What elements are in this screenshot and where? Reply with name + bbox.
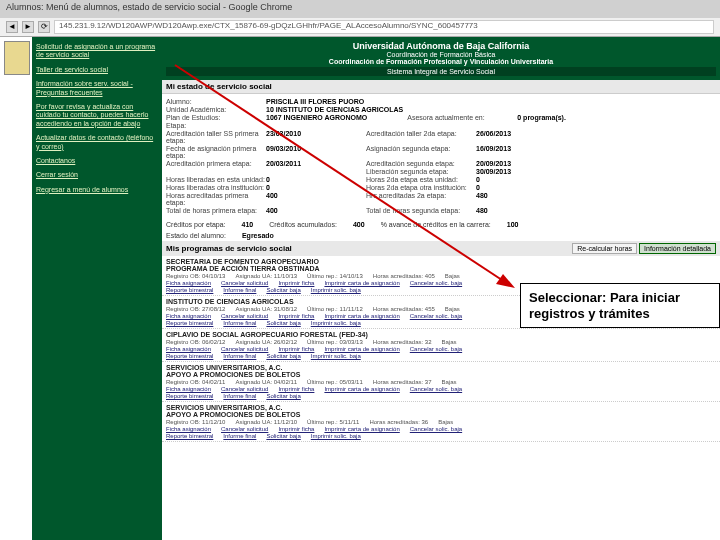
carrera-value: 1067 INGENIERO AGRONOMO xyxy=(266,114,367,121)
row-label2: Asignación segunda etapa: xyxy=(366,145,476,159)
programa-link[interactable]: Ficha asignación xyxy=(166,346,211,352)
programa-link[interactable]: Solicitar baja xyxy=(266,433,300,439)
programa-link[interactable]: Imprimir ficha xyxy=(278,313,314,319)
annotation-callout: Seleccionar: Para iniciar registros y tr… xyxy=(520,283,720,328)
programa-link[interactable]: Imprimir carta de asignación xyxy=(324,426,399,432)
row-value2: 26/06/2013 xyxy=(476,130,511,144)
etapa-label: Etapa: xyxy=(166,122,266,129)
programa-link[interactable]: Imprimir carta de asignación xyxy=(324,313,399,319)
programa-link[interactable]: Solicitar baja xyxy=(266,287,300,293)
reg-text: Registro OB: 27/08/12 xyxy=(166,306,225,312)
programa-link[interactable]: Imprimir carta de asignación xyxy=(324,346,399,352)
programa-link[interactable]: Imprimir solic. baja xyxy=(311,353,361,359)
row-label: Acreditación taller SS primera etapa: xyxy=(166,130,266,144)
row-value: 400 xyxy=(266,192,366,206)
reg-text: Registro OB: 06/02/12 xyxy=(166,339,225,345)
browser-chrome: Alumnos: Menú de alumnos, estado de serv… xyxy=(0,0,720,37)
reg-text: Registro OB: 04/02/11 xyxy=(166,379,225,385)
programa-link[interactable]: Ficha asignación xyxy=(166,313,211,319)
programa-link[interactable]: Solicitar baja xyxy=(266,320,300,326)
programa-link[interactable]: Imprimir solic. baja xyxy=(311,433,361,439)
programa-link[interactable]: Imprimir solic. baja xyxy=(311,287,361,293)
sidebar-link-2[interactable]: Información sobre serv. social - Pregunt… xyxy=(36,80,158,97)
programa-link[interactable]: Cancelar solic. baja xyxy=(410,313,462,319)
programa-link[interactable]: Informe final xyxy=(223,433,256,439)
unidad-value: 10 INSTITUTO DE CIENCIAS AGRICOLAS xyxy=(266,106,403,113)
row-value xyxy=(266,168,366,175)
programa-link[interactable]: Imprimir solic. baja xyxy=(311,320,361,326)
sidebar-link-7[interactable]: Regresar a menú de alumnos xyxy=(36,186,158,194)
programa-link[interactable]: Informe final xyxy=(223,287,256,293)
programa-link[interactable]: Informe final xyxy=(223,353,256,359)
baja-text: Bajas xyxy=(445,306,460,312)
row-value2: 16/09/2013 xyxy=(476,145,511,159)
row-value2: 480 xyxy=(476,192,488,206)
programa-org: SECRETARIA DE FOMENTO AGROPECUARIO xyxy=(166,258,716,265)
uabc-logo xyxy=(4,41,30,75)
cred-etapa-value: 410 xyxy=(242,221,254,228)
programa-link[interactable]: Ficha asignación xyxy=(166,386,211,392)
programa-link[interactable]: Cancelar solic. baja xyxy=(410,386,462,392)
recalcular-button[interactable]: Re-calcular horas xyxy=(572,243,637,254)
hrs-text: Horas acreditadas: 455 xyxy=(373,306,435,312)
status-label: Estado del alumno: xyxy=(166,232,226,239)
programa-link[interactable]: Solicitar baja xyxy=(266,393,300,399)
programa-link[interactable]: Cancelar solic. baja xyxy=(410,280,462,286)
programa-org: SERVICIOS UNIVERSITARIOS, A.C. xyxy=(166,404,716,411)
programa-link[interactable]: Imprimir ficha xyxy=(278,346,314,352)
row-label2: Acreditación segunda etapa: xyxy=(366,160,476,167)
alumno-label: Alumno: xyxy=(166,98,266,105)
estado-title: Mi estado de servicio social xyxy=(162,80,720,94)
back-button[interactable]: ◄ xyxy=(6,21,18,33)
programa-link[interactable]: Reporte bimestral xyxy=(166,287,213,293)
browser-tab[interactable]: Alumnos: Menú de alumnos, estado de serv… xyxy=(0,0,720,18)
hrs-text: Horas acreditadas: 37 xyxy=(373,379,432,385)
programa-link[interactable]: Imprimir ficha xyxy=(278,386,314,392)
programa-link[interactable]: Imprimir carta de asignación xyxy=(324,280,399,286)
programa-link[interactable]: Informe final xyxy=(223,393,256,399)
asig-text: Asignado UA: 11/10/13 xyxy=(235,273,297,279)
ult-text: Último rep.: 05/03/11 xyxy=(307,379,363,385)
programa-link[interactable]: Reporte bimestral xyxy=(166,320,213,326)
sidebar-link-6[interactable]: Cerrar sesión xyxy=(36,171,158,179)
programa-link[interactable]: Cancelar solic. baja xyxy=(410,426,462,432)
programa-link[interactable]: Ficha asignación xyxy=(166,426,211,432)
row-value2: 0 xyxy=(476,176,480,183)
row-value: 20/03/2011 xyxy=(266,160,366,167)
programa-link[interactable]: Solicitar baja xyxy=(266,353,300,359)
programa-link[interactable]: Cancelar solicitud xyxy=(221,346,268,352)
programa-link[interactable]: Ficha asignación xyxy=(166,280,211,286)
programa-link[interactable]: Reporte bimestral xyxy=(166,353,213,359)
programa-link[interactable]: Imprimir ficha xyxy=(278,426,314,432)
programa-link[interactable]: Imprimir carta de asignación xyxy=(324,386,399,392)
address-row: ◄ ► ⟳ 145.231.9.12/WD120AWP/WD120Awp.exe… xyxy=(0,18,720,36)
programa-link[interactable]: Cancelar solicitud xyxy=(221,386,268,392)
row-label2: Horas 2da etapa otra institución: xyxy=(366,184,476,191)
header-line4: Sistema Integral de Servicio Social xyxy=(166,67,716,76)
programa-item: SERVICIOS UNIVERSITARIOS, A.C.APOYO A PR… xyxy=(162,402,720,442)
programa-link[interactable]: Cancelar solicitud xyxy=(221,280,268,286)
programa-link[interactable]: Cancelar solic. baja xyxy=(410,346,462,352)
sidebar-link-5[interactable]: Contactanos xyxy=(36,157,158,165)
programa-link[interactable]: Cancelar solicitud xyxy=(221,426,268,432)
sidebar-link-0[interactable]: Solicitud de asignación a un programa de… xyxy=(36,43,158,60)
programa-link[interactable]: Informe final xyxy=(223,320,256,326)
asig-text: Asignado UA: 11/12/10 xyxy=(235,419,297,425)
row-value2: 20/09/2013 xyxy=(476,160,511,167)
sidebar-link-3[interactable]: Por favor revisa y actualiza con cuidado… xyxy=(36,103,158,128)
programa-link[interactable]: Reporte bimestral xyxy=(166,393,213,399)
programa-link[interactable]: Reporte bimestral xyxy=(166,433,213,439)
reload-button[interactable]: ⟳ xyxy=(38,21,50,33)
sidebar-link-4[interactable]: Actualizar datos de contacto (teléfono y… xyxy=(36,134,158,151)
programa-item: CIPLAVIO DE SOCIAL AGROPECUARIO FORESTAL… xyxy=(162,329,720,362)
baja-text: Bajas xyxy=(438,419,453,425)
programa-link[interactable]: Imprimir ficha xyxy=(278,280,314,286)
row-label2: Liberación segunda etapa: xyxy=(366,168,476,175)
programa-link[interactable]: Cancelar solicitud xyxy=(221,313,268,319)
sidebar-link-1[interactable]: Taller de servicio social xyxy=(36,66,158,74)
asesora-label: Asesora actualmente en: xyxy=(407,114,517,121)
info-detallada-button[interactable]: Información detallada xyxy=(639,243,716,254)
address-bar[interactable]: 145.231.9.12/WD120AWP/WD120Awp.exe/CTX_1… xyxy=(54,20,714,34)
sidebar: Solicitud de asignación a un programa de… xyxy=(32,37,162,540)
forward-button[interactable]: ► xyxy=(22,21,34,33)
